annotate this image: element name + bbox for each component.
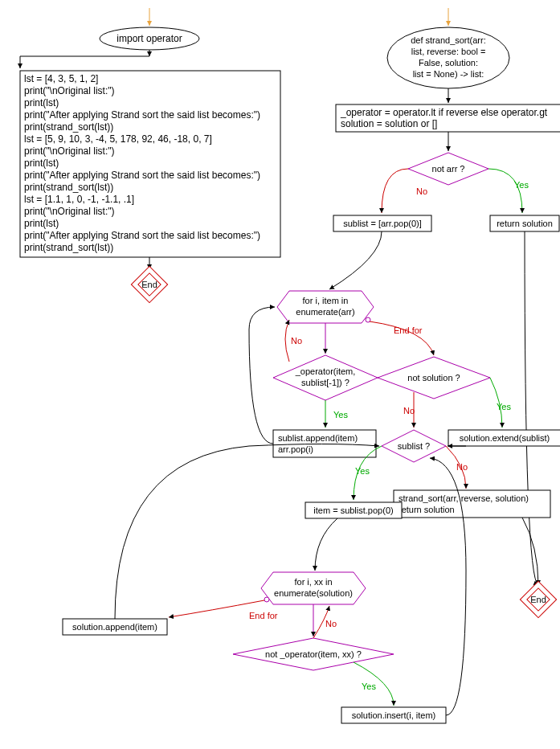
connector [315,518,337,571]
edge-yes [488,169,522,213]
code-line-7: print(lst) [24,158,59,169]
code-line-2: print(lst) [24,97,59,108]
solution-insert-label: solution.insert(i, item) [352,710,436,720]
code-line-10: lst = [1.1, 1, 0, -1, -1.1, .1] [24,194,134,205]
flowchart-svg: import operator lst = [4, 3, 5, 1, 2] pr… [8,8,560,749]
no-label: No [456,462,468,472]
no-label: No [325,619,337,628]
yes-label: Yes [514,180,529,190]
solution-append-label: solution.append(item) [72,622,157,632]
return-solution-label: return solution [497,219,553,228]
connector [522,518,538,585]
edge-no [285,320,289,362]
code-line-13: print("After applying Strand sort the sa… [24,230,260,241]
code-line-1: print("\nOriginal list:") [24,85,115,96]
assign-l2: solution = solution or [] [341,118,437,129]
recurse-l1: strand_sort(arr, reverse, solution) [399,493,529,503]
code-line-9: print(strand_sort(lst)) [24,182,113,193]
code-line-11: print("\nOriginal list:") [24,206,115,217]
code-line-12: print(lst) [24,218,59,229]
connector [329,231,382,289]
end-node-right: End [520,581,556,617]
code-line-0: lst = [4, 3, 5, 1, 2] [24,73,98,84]
not-solution-label: not solution ? [407,373,460,383]
append-l1: sublist.append(item) [278,433,358,443]
code-line-3: print("After applying Strand sort the sa… [24,109,260,121]
yes-label: Yes [355,466,370,476]
yes-label: Yes [362,681,376,691]
edge-no [382,169,408,213]
solution-extend-label: solution.extend(sublist) [460,433,550,443]
func-def-l2: list, reverse: bool = [411,47,486,56]
endfor-label: End for [394,325,423,335]
recurse-l2: return solution [399,505,455,514]
end-label-right: End [530,595,546,604]
loop-exit-dot [264,597,269,602]
not-arr-label: not arr ? [432,164,465,174]
code-line-14: print(strand_sort(lst)) [24,242,113,253]
func-def-l4: list = None) -> list: [413,69,484,79]
assign-l1: _operator = operator.lt if reverse else … [340,107,548,118]
sublist-assign-label: sublist = [arr.pop(0)] [343,219,422,228]
code-line-4: print(strand_sort(lst)) [24,121,113,133]
code-line-6: print("\nOriginal list:") [24,145,115,157]
for-loop2-l1: for i, xx in [294,577,332,587]
end-node-left: End [131,266,167,302]
item-pop-label: item = sublist.pop(0) [313,505,393,515]
endfor-label: End for [249,611,278,620]
connector [525,231,538,585]
not-op-label: not _operator(item, xx) ? [265,649,362,659]
operator-l2: sublist[-1]) ? [301,378,349,387]
code-line-8: print("After applying Strand sort the sa… [24,170,260,181]
yes-label: Yes [497,402,511,411]
for-loop1-l1: for i, item in [303,296,349,305]
end-label-left: End [141,280,157,289]
func-def-l1: def strand_sort(arr: [411,35,486,45]
no-label: No [403,406,415,415]
for-loop1-l2: enumerate(arr) [296,307,354,317]
append-l2: arr.pop(i) [278,444,313,454]
func-def-l3: False, solution: [419,58,478,68]
start-label-left: import operator [116,33,182,44]
sublist-label: sublist ? [398,441,430,451]
code-line-5: lst = [5, 9, 10, 3, -4, 5, 178, 92, 46, … [24,133,212,145]
for-loop2-l2: enumerate(solution) [274,588,353,598]
connector [249,307,275,444]
yes-label: Yes [333,410,348,420]
no-label: No [291,336,302,346]
no-label: No [416,186,427,196]
operator-l1: _operator(item, [295,366,356,376]
